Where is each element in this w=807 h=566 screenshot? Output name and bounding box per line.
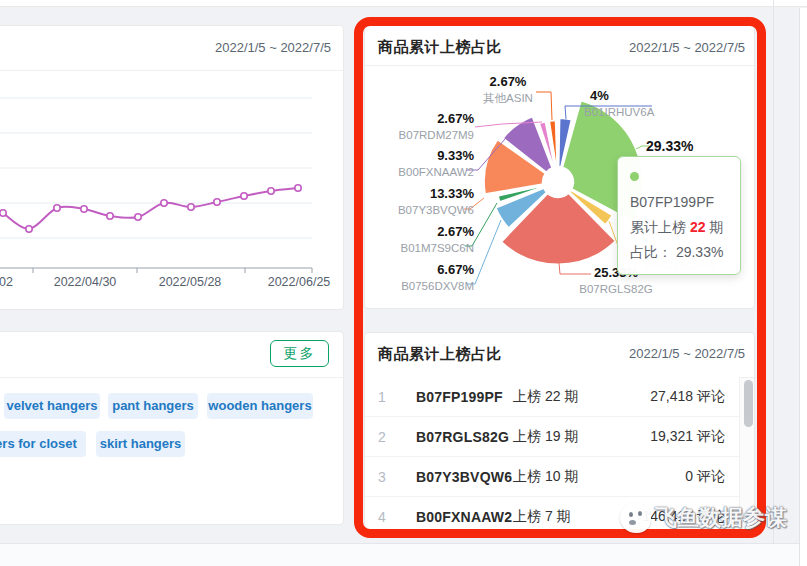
data-point-marker[interactable]	[107, 213, 113, 219]
tooltip-series-dot	[630, 172, 639, 181]
pie-label-b01irhuv6a: 4% B01IRHUV6A	[584, 88, 654, 120]
table-row-2[interactable]: 2 B07RGLS82G 上榜 19 期 19,321 评论	[365, 417, 739, 457]
pie-label-other-asin: 2.67% 其他ASIN	[480, 74, 536, 106]
data-point-marker[interactable]	[161, 200, 167, 206]
rank-cell: 2	[365, 429, 395, 445]
rank-cell: 1	[365, 389, 395, 405]
keyword-tag-wooden-hangers[interactable]: wooden hangers	[207, 393, 313, 419]
x-tick-label: 02	[0, 275, 13, 289]
watermark-text: 飞鱼数据参谋	[655, 503, 787, 533]
keyword-tag-hangers-for-closet[interactable]: ngers for closet	[0, 431, 86, 457]
periods-cell: 上榜 22 期	[513, 388, 623, 406]
asin-cell: B07FP199PF	[395, 389, 513, 405]
reviews-cell: 27,418 评论	[623, 388, 739, 406]
trend-line-chart[interactable]: 022022/04/302022/05/282022/06/25	[0, 73, 344, 291]
data-point-marker[interactable]	[54, 205, 60, 211]
data-point-marker[interactable]	[188, 204, 194, 210]
table-row-1[interactable]: 1 B07FP199PF 上榜 22 期 27,418 评论	[365, 377, 739, 417]
asin-cell: B00FXNAAW2	[395, 509, 513, 525]
right-page-divider	[773, 0, 774, 566]
asin-cell: B07RGLS82G	[395, 429, 513, 445]
trend-panel-date-range: 2022/1/5 ~ 2022/7/5	[180, 40, 331, 55]
top-header-strip	[0, 0, 807, 7]
trend-line-series	[3, 188, 298, 229]
data-point-marker[interactable]	[295, 185, 301, 191]
dashboard-page: 2022/1/5 ~ 2022/7/5 022022/04/302022/05/…	[0, 0, 807, 566]
pie-label-b07rdm27m9: 2.67% B07RDM27M9	[399, 111, 474, 143]
data-point-marker[interactable]	[214, 199, 220, 205]
x-tick-label: 2022/04/30	[54, 275, 117, 289]
data-point-marker[interactable]	[81, 206, 87, 212]
chart-tooltip: B07FP199PF 累计上榜 22 期 占比： 29.33%	[617, 156, 741, 275]
data-point-marker[interactable]	[26, 226, 32, 232]
bottom-section-strip	[0, 543, 799, 566]
reviews-cell: 0 评论	[623, 468, 739, 486]
watermark-fish-icon	[620, 503, 651, 533]
periods-cell: 上榜 19 期	[513, 428, 623, 446]
tooltip-metric-row: 累计上榜 22 期	[630, 215, 728, 240]
data-point-marker[interactable]	[0, 210, 6, 216]
x-tick-label: 2022/05/28	[159, 275, 222, 289]
rank-cell: 3	[365, 469, 395, 485]
pie-label-b07y3bvqw6: 13.33% B07Y3BVQW6	[398, 186, 474, 218]
table-panel-date-range: 2022/1/5 ~ 2022/7/5	[594, 346, 745, 361]
reviews-cell: 19,321 评论	[623, 428, 739, 446]
keyword-tag-velvet-hangers[interactable]: velvet hangers	[4, 393, 100, 419]
watermark: 飞鱼数据参谋	[620, 503, 787, 533]
periods-cell: 上榜 7 期	[513, 508, 623, 526]
pie-label-b07fp199pf-pct: 29.33%	[646, 139, 693, 154]
pie-label-b00fxnaaw2: 9.33% B00FXNAAW2	[398, 148, 474, 180]
tooltip-asin: B07FP199PF	[630, 194, 714, 210]
periods-cell: 上榜 10 期	[513, 468, 623, 486]
keywords-panel-header-divider	[0, 377, 344, 378]
table-panel-title: 商品累计上榜占比	[378, 345, 502, 364]
trend-panel-header-divider	[0, 70, 344, 71]
x-tick-label: 2022/06/25	[268, 275, 331, 289]
data-point-marker[interactable]	[268, 188, 274, 194]
tooltip-series-row: B07FP199PF	[630, 165, 728, 215]
keyword-tag-skirt-hangers[interactable]: skirt hangers	[96, 431, 185, 457]
keyword-tag-pant-hangers[interactable]: pant hangers	[108, 393, 198, 419]
data-point-marker[interactable]	[241, 193, 247, 199]
table-scrollbar-thumb[interactable]	[744, 380, 753, 427]
tooltip-share-row: 占比： 29.33%	[630, 240, 728, 265]
pie-label-b0756dxv8m: 6.67% B0756DXV8M	[401, 262, 474, 294]
pie-panel-date-range: 2022/1/5 ~ 2022/7/5	[594, 40, 745, 55]
asin-cell: B07Y3BVQW6	[395, 469, 513, 485]
rank-cell: 4	[365, 509, 395, 525]
pie-panel-title: 商品累计上榜占比	[378, 38, 502, 57]
more-button[interactable]: 更多	[270, 340, 329, 367]
pie-label-b01m7s9c6n: 2.67% B01M7S9C6N	[400, 224, 474, 256]
label-line-其他ASIN	[536, 92, 552, 120]
table-row-3[interactable]: 3 B07Y3BVQW6 上榜 10 期 0 评论	[365, 457, 739, 497]
data-point-marker[interactable]	[135, 214, 141, 220]
tooltip-metric-value: 22	[690, 219, 706, 235]
right-page-panel-edge	[799, 8, 807, 566]
